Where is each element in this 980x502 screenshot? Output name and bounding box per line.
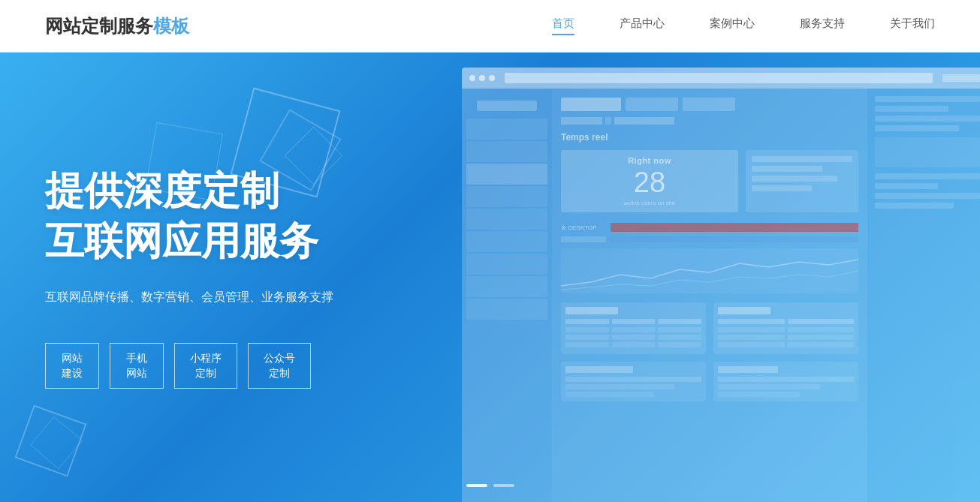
desktop-label: ※ DESKTOP: [561, 224, 606, 231]
section-temps-reel: Temps reel: [561, 132, 858, 143]
slide-indicators: [466, 484, 514, 487]
right-row-7: [875, 193, 980, 199]
right-row-5: [875, 173, 980, 179]
browser-controls: [942, 74, 980, 82]
side-row-3: [752, 176, 837, 182]
referrals-col-pct: [658, 319, 701, 324]
sidebar-item-7: [466, 254, 547, 275]
sidebar-item-2: [466, 141, 547, 162]
hero-content: 提供深度定制 互联网应用服务 互联网品牌传播、数字营销、会员管理、业务服务支撑 …: [0, 166, 333, 389]
right-row-1: [875, 96, 980, 102]
right-now-sublabel: active users on site: [567, 200, 732, 206]
nav-item-home[interactable]: 首页: [552, 17, 574, 35]
referrals-title: [565, 307, 618, 314]
social-row-1: [565, 377, 701, 382]
sidebar-item-9: [466, 299, 547, 320]
referrals-section: [561, 302, 706, 354]
hero-subtitle: 互联网品牌传播、数字营销、会员管理、业务服务支撑: [45, 290, 333, 305]
slide-dot-1[interactable]: [466, 484, 487, 487]
referrals-col-source: [565, 319, 609, 324]
active-pages-row-3: [718, 342, 854, 347]
dashboard-chart: [561, 248, 858, 293]
browser-chrome: [462, 68, 980, 89]
desktop-bar: [611, 223, 858, 232]
sidebar-item-5: [466, 209, 547, 230]
chart-svg: [561, 248, 858, 293]
sidebar-item-8: [466, 276, 547, 297]
stat-side-panel: [746, 150, 858, 212]
desktop-row-2: [561, 236, 858, 242]
side-row-1: [752, 156, 852, 162]
dashboard-bottom-sections: [561, 362, 858, 401]
referrals-row-2: [565, 335, 701, 340]
cube-decoration-bottom-left: [14, 404, 86, 476]
sidebar-item-3: [466, 164, 547, 185]
header: 网站定制服务模板 首页 产品中心 案例中心 服务支持 关于我们: [0, 0, 980, 53]
nav-item-cases[interactable]: 案例中心: [710, 17, 755, 35]
hero-tag-wechat[interactable]: 公众号 定制: [248, 343, 311, 389]
right-row-8: [875, 203, 954, 209]
referrals-row-1: [565, 327, 701, 332]
desktop-row: ※ DESKTOP: [561, 223, 858, 232]
active-pages-title: [718, 307, 770, 314]
keywords-title: [718, 366, 778, 373]
hero-tag-miniprogram[interactable]: 小程序 定制: [174, 343, 237, 389]
browser-address-bar: [505, 73, 933, 83]
keyword-row-1: [718, 377, 854, 382]
slide-dot-2[interactable]: [493, 484, 514, 487]
hero-title-line2: 互联网应用服务: [45, 216, 333, 267]
hero-title: 提供深度定制 互联网应用服务: [45, 166, 333, 267]
dashboard-main: Temps reel Right now 28 active users on …: [552, 89, 867, 502]
dashboard-right-panel: [867, 89, 980, 502]
right-row-3: [875, 116, 980, 122]
dashboard-stats-row: Right now 28 active users on site: [561, 150, 858, 212]
social-traffic-section: [561, 362, 706, 401]
social-row-2: [565, 384, 674, 389]
social-title: [565, 366, 633, 373]
sidebar-item-6: [466, 231, 547, 252]
nav-item-support[interactable]: 服务支持: [800, 17, 845, 35]
stat-right-now: Right now 28 active users on site: [561, 150, 738, 212]
sidebar-item-4: [466, 186, 547, 207]
dashboard-two-col: [561, 302, 858, 354]
hero-tag-mobile[interactable]: 手机 网站: [110, 343, 164, 389]
nav-item-products[interactable]: 产品中心: [620, 17, 665, 35]
desktop-bar-2: [611, 236, 858, 242]
browser-dot-2: [479, 75, 485, 81]
dashboard-sidebar: [462, 89, 552, 502]
topbar-item-1: [561, 117, 602, 125]
tab-admin: [683, 98, 735, 111]
tab-reporting: [561, 98, 621, 111]
social-row-3: [565, 392, 654, 397]
keywords-section: [713, 362, 858, 401]
dashboard-mockup: Temps reel Right now 28 active users on …: [462, 68, 980, 502]
referrals-header: [565, 319, 701, 324]
sidebar-item-1: [466, 119, 547, 140]
dashboard-body: Temps reel Right now 28 active users on …: [462, 89, 980, 502]
sidebar-logo: [477, 101, 537, 111]
right-now-label: Right now: [567, 156, 732, 165]
browser-dot-3: [489, 75, 495, 81]
side-row-4: [752, 185, 812, 191]
referrals-row-3: [565, 342, 701, 347]
main-nav: 首页 产品中心 案例中心 服务支持 关于我们: [552, 17, 935, 35]
right-now-number: 28: [567, 168, 732, 197]
right-chart-mini: [875, 137, 980, 167]
active-pages-section: [713, 302, 858, 354]
active-pages-row-1: [718, 327, 854, 332]
hero-section: 提供深度定制 互联网应用服务 互联网品牌传播、数字营销、会员管理、业务服务支撑 …: [0, 53, 980, 502]
hero-tags: 网站 建设 手机 网站 小程序 定制 公众号 定制: [45, 343, 333, 389]
browser-dot-1: [469, 75, 475, 81]
tab-customization: [626, 98, 678, 111]
topbar-item-2: [614, 117, 674, 125]
hero-tag-website[interactable]: 网站 建设: [45, 343, 99, 389]
right-row-6: [875, 183, 938, 189]
topbar-separator: [605, 117, 611, 125]
dashboard-tabs: [561, 98, 858, 111]
nav-item-about[interactable]: 关于我们: [890, 17, 935, 35]
active-pages-row-2: [718, 335, 854, 340]
logo-main-text: 网站定制服务: [45, 16, 153, 36]
desktop-label-2: [561, 236, 606, 242]
logo-accent-text: 模板: [153, 16, 189, 36]
logo: 网站定制服务模板: [45, 14, 189, 38]
